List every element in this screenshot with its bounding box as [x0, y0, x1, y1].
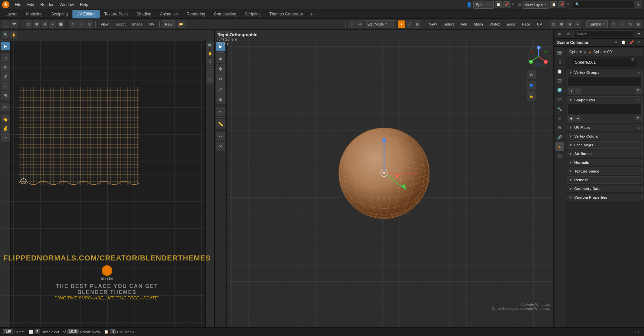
3d-tool-transform[interactable]: ⊞	[216, 94, 225, 104]
vg-add-btn[interactable]: +	[568, 88, 574, 94]
edge-mode-btn[interactable]: ╱	[406, 20, 413, 28]
viewport-shade-btn-4[interactable]: ●	[49, 20, 56, 28]
tab-shading[interactable]: Shading	[132, 10, 155, 18]
props-scene-icon[interactable]: ⊞	[556, 30, 563, 38]
3d-uv-btn[interactable]: UV	[534, 20, 545, 28]
view-menu-btn[interactable]: View	[98, 20, 111, 28]
3d-props-2[interactable]: ⊹	[619, 20, 626, 28]
vertex-groups-header[interactable]: ▶ Vertex Groups ≡	[567, 69, 642, 76]
texture-space-header[interactable]: ▶ Texture Space	[567, 168, 642, 175]
vertex-colors-header[interactable]: ▶ Vertex Colors	[567, 133, 642, 140]
uv-rt-more[interactable]: ≡	[206, 76, 214, 84]
select-menu-btn[interactable]: Select	[113, 20, 128, 28]
3d-select-btn[interactable]: Select	[441, 20, 457, 28]
tab-add-btn[interactable]: +	[308, 10, 315, 18]
uv-editor-type[interactable]: 🗺	[10, 20, 18, 28]
view-layer-pin-btn[interactable]: 📌	[558, 1, 565, 8]
sc-x-icon[interactable]: ✕	[636, 40, 641, 45]
viewport-shading-solid[interactable]: ◼	[558, 20, 565, 28]
3d-add-btn[interactable]: Add	[458, 20, 470, 28]
3d-tool-move[interactable]: ✥	[216, 64, 225, 74]
face-mode-btn[interactable]: ▣	[414, 20, 421, 28]
new-image-btn[interactable]: New	[162, 20, 175, 28]
prop-scene-btn[interactable]: 🎬	[555, 77, 564, 85]
menu-file[interactable]: File	[12, 2, 24, 8]
viewport-shading-render[interactable]: ●	[574, 20, 581, 28]
3d-view-btn[interactable]: View	[426, 20, 440, 28]
prop-mesh-btn[interactable]: ▲	[555, 142, 564, 151]
mesh-name-fake-btn[interactable]: ⊡	[631, 57, 634, 61]
3d-tool-annotate[interactable]: ✏	[216, 107, 225, 116]
view-layer-dropdown[interactable]: View Layer ▼	[523, 1, 549, 9]
tab-sculpting[interactable]: Sculpting	[47, 10, 72, 18]
custom-props-header[interactable]: ▶ Custom Properties	[567, 194, 642, 201]
3d-face-btn[interactable]: Face	[519, 20, 533, 28]
3d-tool-scale[interactable]: ⤢	[216, 84, 225, 94]
menu-edit[interactable]: Edit	[24, 2, 37, 8]
uv-zoom-btn[interactable]: 🔍	[2, 31, 9, 39]
viewport-shading-material[interactable]: ◑	[566, 20, 573, 28]
edit-mode-dropdown[interactable]: Edit Mode ▼	[365, 20, 395, 28]
shape-keys-header[interactable]: ▶ Shape Keys ≡	[567, 97, 642, 103]
sc-filter-icon[interactable]: ▼	[613, 40, 619, 45]
3d-props-1[interactable]: ⊙	[610, 20, 618, 28]
prop-material-btn[interactable]: ⚫	[555, 152, 564, 160]
prop-render-btn[interactable]: 📷	[555, 48, 564, 57]
vg-options[interactable]: ≡	[638, 71, 640, 75]
snap-btn[interactable]: ⊹	[77, 20, 85, 28]
prop-object-btn[interactable]: ⬡	[555, 95, 564, 104]
uv-canvas[interactable]: ▶ ⊕ ✥ ↺ ⤢ ⊞ ✏ 👆 ✌ 〰	[0, 40, 214, 327]
3d-tool-random[interactable]: ⁙	[216, 142, 225, 151]
tab-layout[interactable]: Layout	[1, 10, 21, 18]
3d-tool-rotate[interactable]: ↺	[216, 74, 225, 84]
open-image-btn[interactable]: 📂	[177, 20, 185, 28]
viewport-shading-wire[interactable]: ◻	[550, 20, 557, 28]
3d-icon-2[interactable]: 🖥	[356, 20, 364, 28]
vp-local-btn[interactable]: 🔵	[527, 81, 536, 90]
filter-btn[interactable]: ▼	[635, 1, 642, 8]
prop-particles-btn[interactable]: ⚛	[555, 114, 564, 123]
prop-constraints-btn[interactable]: 🔗	[555, 133, 564, 142]
uv-rt-grid[interactable]: ⊞	[206, 68, 214, 76]
vg-remove-btn[interactable]: −	[575, 88, 581, 94]
uv-editor-icon[interactable]: ⊞	[2, 20, 9, 28]
proportional-btn[interactable]: ◎	[86, 20, 93, 28]
geometry-data-header[interactable]: ▶ Geometry Data	[567, 185, 642, 192]
gimbal-btn[interactable]: Gimbal ▼	[586, 20, 608, 28]
tab-compositing[interactable]: Compositing	[210, 10, 240, 18]
remesh-header[interactable]: ▶ Remesh	[567, 177, 642, 183]
props-search-input[interactable]	[573, 31, 634, 37]
3d-vertex-btn[interactable]: Vertex	[487, 20, 503, 28]
uv-maps-header[interactable]: ▶ UV Maps ≡	[567, 124, 642, 131]
normals-header[interactable]: ▶ Normals	[567, 159, 642, 166]
tab-themes-generator[interactable]: Themes Generator	[265, 10, 307, 18]
mesh-name-input[interactable]	[572, 59, 637, 66]
prop-output-btn[interactable]: 🖥	[555, 58, 564, 66]
menu-window[interactable]: Window	[57, 2, 76, 8]
global-search-box[interactable]: 🔍	[573, 1, 633, 8]
tab-rendering[interactable]: Rendering	[182, 10, 209, 18]
navigation-gizmo[interactable]: Z X Y	[527, 44, 551, 68]
vp-perspective-btn[interactable]: ⊠	[527, 70, 536, 79]
sk-expand-btn[interactable]: ▼	[635, 115, 641, 120]
viewport-shade-btn-1[interactable]: ◻	[25, 20, 32, 28]
sk-options[interactable]: ≡	[638, 98, 640, 102]
3d-props-4[interactable]: ▣	[635, 20, 642, 28]
sc-pin-icon[interactable]: 📌	[628, 40, 635, 45]
prop-view-layer-btn[interactable]: 📋	[555, 67, 564, 76]
sc-new-icon[interactable]: 📋	[620, 40, 627, 45]
scene-dropdown[interactable]: Sphere ▼	[473, 1, 493, 9]
prop-modifier-btn[interactable]: 🔧	[555, 105, 564, 113]
tab-animation[interactable]: Animation	[156, 10, 182, 18]
uv-menu-btn[interactable]: UV	[147, 20, 157, 28]
image-menu-btn[interactable]: Image	[129, 20, 145, 28]
scene-new-btn[interactable]: 📋	[495, 1, 502, 8]
props-display-icon[interactable]: 🖥	[565, 30, 572, 38]
sk-remove-btn[interactable]: −	[575, 115, 581, 122]
props-filter-icon[interactable]: ▼	[635, 30, 643, 38]
3d-tool-smooth[interactable]: 〰	[216, 132, 225, 141]
viewport-shade-btn-2[interactable]: ◼	[33, 20, 40, 28]
3d-icon-1[interactable]: ⊞	[348, 20, 356, 28]
attributes-header[interactable]: ▶ Attributes	[567, 150, 642, 157]
prop-physics-btn[interactable]: ⚙	[555, 124, 564, 132]
